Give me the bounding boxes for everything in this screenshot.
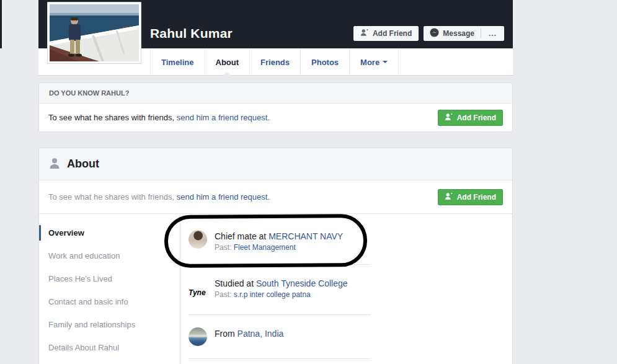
education-prefix: Studied at — [215, 278, 256, 288]
tab-more-label: More — [360, 58, 380, 67]
tab-friends[interactable]: Friends — [250, 48, 301, 76]
about-title: About — [67, 158, 99, 171]
profile-name: Rahul Kumar — [150, 26, 233, 41]
add-friend-label: Add Friend — [373, 29, 412, 38]
about-card: About To see what he shares with friends… — [38, 148, 513, 364]
sidebar-item-places-lived[interactable]: Places He's Lived — [39, 267, 180, 290]
sidebar-item-details-about[interactable]: Details About Rahul — [39, 336, 180, 359]
add-friend-button-top[interactable]: Add Friend — [353, 26, 419, 41]
more-options-button[interactable]: ... — [481, 26, 504, 41]
cover-actions: Add Friend Message ... — [353, 26, 504, 41]
education-past-link[interactable]: s.r.p inter college patna — [234, 290, 311, 299]
hometown-entry: From Patna, India — [189, 327, 371, 359]
message-button[interactable]: Message — [424, 26, 481, 41]
nav-tabs: Timeline About Friends Photos More — [150, 48, 513, 76]
sidebar-item-work-education[interactable]: Work and education — [39, 244, 180, 267]
work-past-prefix: Past: — [215, 243, 234, 252]
friend-request-link[interactable]: send him a friend request. — [177, 113, 270, 122]
profile-photo-art — [50, 4, 139, 61]
know-card-title: DO YOU KNOW RAHUL? — [39, 83, 512, 104]
hometown-prefix: From — [215, 329, 237, 339]
add-friend-label: Add Friend — [457, 193, 496, 202]
about-message: To see what he shares with friends, — [48, 192, 174, 202]
profile-page: Rahul Kumar Add Friend Message ... — [38, 0, 513, 364]
tab-more[interactable]: More — [350, 48, 399, 76]
work-prefix: Chief mate at — [215, 231, 269, 241]
tab-about[interactable]: About — [205, 48, 251, 76]
workplace-avatar[interactable] — [189, 230, 207, 249]
person-icon — [48, 157, 61, 172]
about-sidebar: Overview Work and education Places He's … — [39, 214, 180, 364]
education-link[interactable]: South Tyneside College — [256, 278, 348, 288]
add-friend-button-know-card[interactable]: Add Friend — [438, 110, 503, 126]
tab-timeline[interactable]: Timeline — [150, 48, 205, 76]
profile-picture[interactable] — [47, 2, 141, 64]
sidebar-item-contact-basic-info[interactable]: Contact and basic info — [39, 290, 180, 313]
person-add-icon-white — [445, 192, 453, 202]
know-message: To see what he shares with friends, — [48, 113, 174, 122]
work-entry: Chief mate at MERCHANT NAVY Past: Fleet … — [189, 230, 371, 265]
sidebar-item-family-relationships[interactable]: Family and relationships — [39, 313, 180, 336]
friend-request-row: To see what he shares with friends, send… — [39, 180, 512, 214]
friend-request-link-about[interactable]: send him a friend request. — [177, 192, 270, 202]
education-past-prefix: Past: — [215, 290, 234, 299]
education-entry: Tyne Studied at South Tyneside College P… — [189, 277, 371, 315]
add-friend-button-about-card[interactable]: Add Friend — [438, 189, 503, 205]
window-edge — [0, 0, 2, 48]
work-link[interactable]: MERCHANT NAVY — [269, 231, 343, 241]
sidebar-item-overview[interactable]: Overview — [39, 221, 180, 244]
add-friend-label: Add Friend — [457, 113, 496, 122]
hometown-link[interactable]: Patna, India — [237, 329, 284, 339]
hometown-avatar[interactable] — [189, 327, 207, 346]
about-card-header: About — [39, 148, 512, 180]
messenger-icon — [430, 28, 439, 39]
college-logo[interactable]: Tyne — [189, 283, 207, 302]
person-add-icon-white — [445, 113, 453, 123]
know-card: DO YOU KNOW RAHUL? To see what he shares… — [38, 82, 513, 132]
message-button-group: Message ... — [424, 26, 504, 41]
tab-photos[interactable]: Photos — [301, 48, 350, 76]
chevron-down-icon — [383, 61, 388, 63]
work-past-link[interactable]: Fleet Management — [234, 243, 296, 252]
know-card-body: To see what he shares with friends, send… — [39, 104, 512, 131]
about-body: Overview Work and education Places He's … — [39, 214, 512, 364]
message-label: Message — [443, 29, 474, 38]
overview-entries: Chief mate at MERCHANT NAVY Past: Fleet … — [180, 214, 512, 364]
person-add-icon — [360, 29, 369, 38]
